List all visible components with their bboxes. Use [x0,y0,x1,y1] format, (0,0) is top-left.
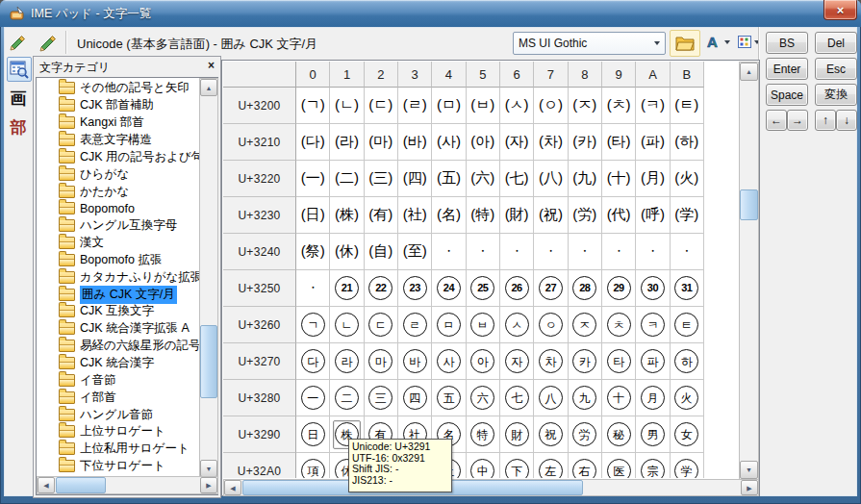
char-cell[interactable]: 바 [398,343,432,380]
arrow-up-button[interactable]: ↑ [815,110,836,131]
scroll-up-button[interactable]: ▲ [200,79,217,96]
char-cell[interactable]: (学) [671,197,704,234]
char-cell[interactable]: (三) [365,161,398,197]
scroll-down-button[interactable]: ▼ [200,460,217,477]
font-select[interactable]: MS UI Gothic [513,32,666,55]
grid-hscrollbar[interactable]: ◀ ▶ [223,479,759,496]
char-cell[interactable]: (ㄴ) [330,88,364,124]
char-cell[interactable]: 차 [534,343,568,380]
char-cell[interactable]: 特 [467,416,500,453]
char-cell[interactable]: (至) [398,234,432,270]
char-cell[interactable]: ・ [432,234,466,270]
char-cell[interactable]: 31 [671,270,704,307]
char-cell[interactable]: ㅈ [569,307,602,343]
char-cell[interactable]: (四) [398,161,432,197]
char-cell[interactable]: 項 [296,453,330,478]
category-item[interactable]: CJK 統合漢字 [38,355,154,372]
arrow-down-button[interactable]: ↓ [836,110,857,131]
char-cell[interactable]: 사 [432,343,466,380]
char-cell[interactable]: (一) [296,161,330,197]
category-item[interactable]: イ音節 [38,371,116,389]
char-cell[interactable]: 月 [636,380,670,416]
char-cell[interactable]: 火 [671,380,704,416]
char-cell[interactable]: 아 [467,343,500,380]
char-cell[interactable]: (ㅂ) [467,88,500,124]
char-cell[interactable]: 다 [296,343,330,380]
char-cell[interactable]: 中 [467,453,500,478]
category-item[interactable]: Bopomofo 拡張 [38,252,162,269]
category-item[interactable]: イ部首 [38,389,116,406]
scroll-right-button[interactable]: ▶ [741,480,758,495]
char-cell[interactable]: ㅌ [671,307,704,343]
char-cell[interactable]: (바) [398,124,432,161]
char-cell[interactable]: 右 [569,453,602,478]
char-cell[interactable]: ・ [534,234,568,270]
char-cell[interactable]: (代) [602,197,636,234]
scroll-down-button[interactable]: ▼ [740,461,758,479]
char-cell[interactable]: ㅊ [602,307,636,343]
char-cell[interactable]: 24 [432,270,466,307]
char-cell[interactable]: 25 [467,270,500,307]
char-cell[interactable]: 宗 [636,453,670,478]
scroll-left-button[interactable]: ◀ [38,477,55,493]
char-cell[interactable]: ㅇ [534,307,568,343]
title-bar[interactable]: IME パッド - 文字一覧 × [0,0,861,27]
char-list-tab[interactable] [7,57,32,82]
char-cell[interactable]: ㅋ [636,307,670,343]
char-cell[interactable]: 26 [500,270,534,307]
enter-button[interactable]: Enter [766,58,808,80]
char-cell[interactable]: (祝) [534,197,568,234]
hscroll-thumb[interactable] [56,477,106,493]
category-item[interactable]: Kangxi 部首 [38,114,144,132]
char-cell[interactable]: (五) [432,161,466,197]
char-cell[interactable]: 타 [602,343,636,380]
char-cell[interactable]: ・ [296,270,330,307]
char-cell[interactable]: (마) [365,124,398,161]
category-hscrollbar[interactable]: ◀ ▶ [37,476,218,494]
char-cell[interactable]: ㅂ [467,307,500,343]
char-cell[interactable]: (六) [467,161,500,197]
char-cell[interactable]: (ㄱ) [296,88,330,124]
char-cell[interactable]: ㄱ [296,307,330,343]
handwriting-button[interactable] [35,31,62,54]
category-item[interactable]: 囲み CJK 文字/月 [38,286,177,303]
char-cell[interactable]: (労) [569,197,602,234]
char-cell[interactable]: (八) [534,161,568,197]
char-cell[interactable]: (有) [365,197,398,234]
char-cell[interactable]: 八 [534,380,568,416]
esc-button[interactable]: Esc [815,58,857,80]
char-cell[interactable]: (ㅊ) [602,88,636,124]
char-cell[interactable]: 22 [365,270,398,307]
char-cell[interactable]: (特) [467,197,500,234]
char-cell[interactable]: 三 [365,380,398,416]
char-cell[interactable]: 七 [500,380,534,416]
vscroll-thumb[interactable] [740,189,758,220]
char-cell[interactable]: 마 [365,343,398,380]
category-item[interactable]: その他の記号と矢印 [38,80,190,97]
font-style-button[interactable]: A [702,31,733,54]
char-cell[interactable]: 祝 [534,416,568,453]
char-cell[interactable]: (社) [398,197,432,234]
char-cell[interactable]: (ㅋ) [636,88,670,124]
scroll-right-button[interactable]: ▶ [200,477,217,493]
category-item[interactable]: ハングル互換字母 [38,217,177,235]
henkan-button[interactable]: 変換 [815,84,857,106]
char-cell[interactable]: (카) [569,124,602,161]
char-cell[interactable]: 30 [636,270,670,307]
category-item[interactable]: ひらがな [38,165,129,183]
char-cell[interactable]: (財) [500,197,534,234]
char-cell[interactable]: 左 [534,453,568,478]
char-cell[interactable]: 라 [330,343,364,380]
close-button[interactable]: × [823,0,857,20]
char-cell[interactable]: (ㅁ) [432,88,466,124]
char-cell[interactable]: 医 [602,453,636,478]
category-item[interactable]: 上位サロゲート [38,423,165,441]
char-cell[interactable]: 女 [671,416,704,453]
char-cell[interactable]: (다) [296,124,330,161]
char-cell[interactable]: 21 [330,270,364,307]
char-cell[interactable]: ㄴ [330,307,364,343]
char-cell[interactable]: (休) [330,234,364,270]
scroll-left-button[interactable]: ◀ [224,480,241,495]
char-cell[interactable]: (사) [432,124,466,161]
char-cell[interactable]: (ㅌ) [671,88,704,124]
